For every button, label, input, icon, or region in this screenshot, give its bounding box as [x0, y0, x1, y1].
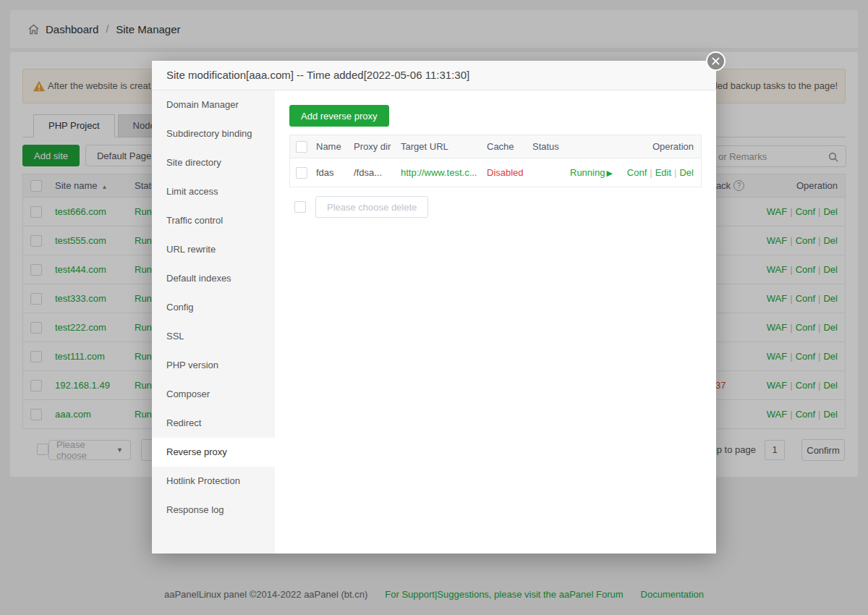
site-modification-modal: Site modification[aaa.com] -- Time added…	[152, 61, 716, 554]
modal-sidebar-item[interactable]: Default indexes	[152, 264, 275, 293]
name-header: Name	[316, 141, 354, 152]
modal-sidebar-item[interactable]: Limit access	[152, 177, 275, 206]
proxy-table-row: fdas /fdsa... http://www.test.c... Disab…	[290, 158, 701, 187]
reverse-proxy-table: Name Proxy dir Target URL Cache Status O…	[289, 135, 702, 187]
modal-sidebar-item[interactable]: SSL	[152, 322, 275, 351]
proxy-edit-link[interactable]: Edit	[655, 167, 671, 178]
proxy-row-operations: Conf|Edit|Del	[627, 167, 701, 178]
modal-sidebar-item[interactable]: Traffic control	[152, 206, 275, 235]
modal-sidebar-item[interactable]: URL rewrite	[152, 235, 275, 264]
proxy-dir: /fdsa...	[354, 167, 401, 178]
proxy-conf-link[interactable]: Conf	[627, 167, 647, 178]
close-icon[interactable]	[706, 51, 726, 71]
bulk-delete-button[interactable]: Please choose delete	[315, 196, 428, 218]
modal-sidebar-item[interactable]: Reverse proxy	[152, 438, 275, 467]
operation-header: Operation	[652, 141, 701, 152]
target-url-header: Target URL	[401, 141, 487, 152]
modal-sidebar-item[interactable]: Config	[152, 293, 275, 322]
modal-sidebar: Domain Manager Subdirectory binding Site…	[152, 90, 275, 554]
proxy-del-link[interactable]: Del	[679, 167, 694, 178]
bulk-delete-checkbox[interactable]	[294, 201, 306, 213]
add-reverse-proxy-button[interactable]: Add reverse proxy	[289, 105, 389, 127]
modal-sidebar-item[interactable]: Domain Manager	[152, 90, 275, 119]
cache-status: Disabled	[487, 167, 532, 178]
modal-sidebar-item[interactable]: PHP version	[152, 351, 275, 380]
proxy-status: Running▶	[532, 167, 627, 178]
proxy-row-checkbox[interactable]	[296, 167, 307, 179]
play-icon: ▶	[606, 169, 612, 177]
bulk-delete-row: Please choose delete	[289, 196, 702, 218]
proxy-select-all-checkbox[interactable]	[296, 141, 307, 153]
modal-sidebar-item[interactable]: Hotlink Protection	[152, 467, 275, 496]
modal-title: Site modification[aaa.com] -- Time added…	[152, 61, 716, 90]
modal-sidebar-item[interactable]: Redirect	[152, 409, 275, 438]
modal-sidebar-item[interactable]: Site directory	[152, 148, 275, 177]
modal-sidebar-item[interactable]: Response log	[152, 496, 275, 525]
proxy-table-header: Name Proxy dir Target URL Cache Status O…	[290, 135, 701, 158]
modal-sidebar-item[interactable]: Composer	[152, 380, 275, 409]
target-url-link[interactable]: http://www.test.c...	[401, 167, 487, 178]
cache-header: Cache	[487, 141, 532, 152]
page: Dashboard / Site Manager After the websi…	[0, 0, 868, 615]
proxy-name: fdas	[316, 167, 354, 178]
modal-sidebar-item[interactable]: Subdirectory binding	[152, 119, 275, 148]
status-header: Status	[532, 141, 652, 152]
reverse-proxy-panel: Add reverse proxy Name Proxy dir Target …	[275, 90, 716, 554]
proxy-dir-header: Proxy dir	[354, 141, 401, 152]
